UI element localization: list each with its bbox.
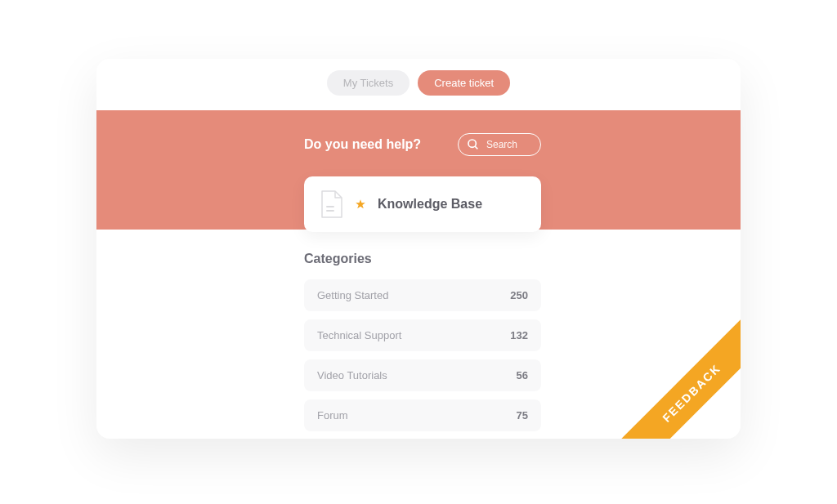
main-content: Knowledge Base Categories Getting Starte… <box>96 176 741 439</box>
category-count: 250 <box>510 289 528 301</box>
category-count: 75 <box>517 409 528 421</box>
star-icon <box>355 198 366 210</box>
hero-title: Do you need help? <box>304 137 421 152</box>
create-ticket-button[interactable]: Create ticket <box>418 70 510 96</box>
knowledge-base-card[interactable]: Knowledge Base <box>304 176 541 232</box>
category-item-getting-started[interactable]: Getting Started 250 <box>304 279 541 311</box>
category-item-technical-support[interactable]: Technical Support 132 <box>304 319 541 351</box>
top-nav: My Tickets Create ticket <box>96 59 741 110</box>
svg-rect-3 <box>326 210 334 212</box>
category-count: 56 <box>517 369 528 381</box>
search-box[interactable] <box>458 133 541 156</box>
my-tickets-button[interactable]: My Tickets <box>327 70 410 96</box>
categories-heading: Categories <box>304 252 541 266</box>
knowledge-base-title: Knowledge Base <box>378 197 482 212</box>
category-label: Getting Started <box>317 289 388 301</box>
search-icon <box>467 138 480 151</box>
categories-section: Categories Getting Started 250 Technical… <box>304 252 541 431</box>
hero-content: Do you need help? <box>304 133 541 156</box>
category-label: Video Tutorials <box>317 369 387 381</box>
svg-point-0 <box>468 140 476 147</box>
document-icon <box>319 190 343 219</box>
svg-line-1 <box>475 146 477 149</box>
svg-rect-2 <box>326 206 334 207</box>
category-label: Forum <box>317 409 348 421</box>
category-item-forum[interactable]: Forum 75 <box>304 399 541 431</box>
category-item-video-tutorials[interactable]: Video Tutorials 56 <box>304 359 541 391</box>
help-center-card: My Tickets Create ticket Do you need hel… <box>96 59 741 439</box>
category-count: 132 <box>510 329 528 341</box>
category-label: Technical Support <box>317 329 401 341</box>
search-input[interactable] <box>486 139 527 150</box>
